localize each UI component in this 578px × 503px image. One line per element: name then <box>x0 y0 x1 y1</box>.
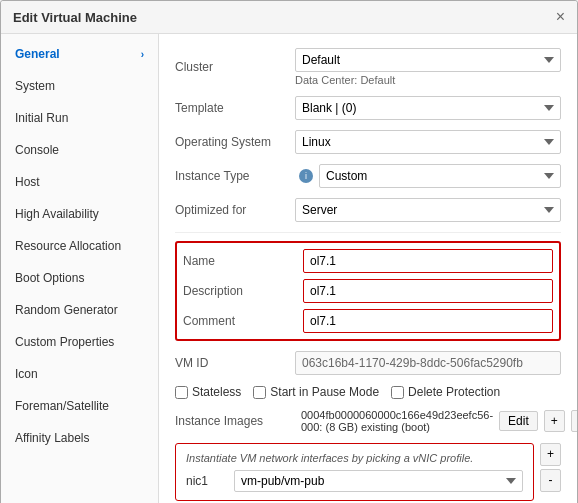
instance-type-label: Instance Type <box>175 169 295 183</box>
add-network-button[interactable]: + <box>540 443 561 466</box>
network-row: nic1 vm-pub/vm-pub <box>186 470 523 492</box>
instance-type-control: i Custom <box>295 164 561 188</box>
sidebar-item-label-random-generator: Random Generator <box>15 303 118 317</box>
cluster-row: Cluster Default Data Center: Default <box>175 48 561 86</box>
sidebar-item-general[interactable]: General› <box>1 38 158 70</box>
start-pause-checkbox[interactable] <box>253 386 266 399</box>
sidebar-item-custom-properties[interactable]: Custom Properties <box>1 326 158 358</box>
template-label: Template <box>175 101 295 115</box>
cluster-label: Cluster <box>175 60 295 74</box>
sidebar-item-label-system: System <box>15 79 55 93</box>
instance-images-value: 0004fb0000060000c166e49d23eefc56-000: (8… <box>301 409 493 433</box>
comment-label: Comment <box>183 314 303 328</box>
remove-image-button[interactable]: - <box>571 410 577 433</box>
template-row: Template Blank | (0) <box>175 96 561 120</box>
instance-type-select[interactable]: Custom <box>319 164 561 188</box>
name-row: Name <box>183 249 553 273</box>
name-group-box: Name Description Comment <box>175 241 561 341</box>
sidebar-item-icon[interactable]: Icon <box>1 358 158 390</box>
delete-protection-label[interactable]: Delete Protection <box>391 385 500 399</box>
os-label: Operating System <box>175 135 295 149</box>
sidebar-item-label-icon: Icon <box>15 367 38 381</box>
sidebar-item-host[interactable]: Host <box>1 166 158 198</box>
vmid-control <box>295 351 561 375</box>
sidebar-item-label-high-availability: High Availability <box>15 207 99 221</box>
nic1-label: nic1 <box>186 474 226 488</box>
cluster-select[interactable]: Default <box>295 48 561 72</box>
description-label: Description <box>183 284 303 298</box>
checkbox-row: Stateless Start in Pause Mode Delete Pro… <box>175 385 561 399</box>
dialog-header: Edit Virtual Machine × <box>1 1 577 34</box>
sidebar: General›SystemInitial RunConsoleHostHigh… <box>1 34 159 503</box>
template-select[interactable]: Blank | (0) <box>295 96 561 120</box>
os-row: Operating System Linux <box>175 130 561 154</box>
sidebar-item-resource-allocation[interactable]: Resource Allocation <box>1 230 158 262</box>
nic1-profile-select[interactable]: vm-pub/vm-pub <box>234 470 523 492</box>
sidebar-item-console[interactable]: Console <box>1 134 158 166</box>
remove-network-button[interactable]: - <box>540 469 561 492</box>
comment-control <box>303 309 553 333</box>
os-control: Linux <box>295 130 561 154</box>
sidebar-item-label-resource-allocation: Resource Allocation <box>15 239 121 253</box>
add-image-button[interactable]: + <box>544 410 565 433</box>
optimized-control: Server <box>295 198 561 222</box>
sidebar-item-label-custom-properties: Custom Properties <box>15 335 114 349</box>
vmid-input[interactable] <box>295 351 561 375</box>
sidebar-item-random-generator[interactable]: Random Generator <box>1 294 158 326</box>
os-select[interactable]: Linux <box>295 130 561 154</box>
start-pause-label[interactable]: Start in Pause Mode <box>253 385 379 399</box>
name-label: Name <box>183 254 303 268</box>
description-control <box>303 279 553 303</box>
instance-images-row: Instance Images 0004fb0000060000c166e49d… <box>175 409 561 433</box>
optimized-row: Optimized for Server <box>175 198 561 222</box>
stateless-label[interactable]: Stateless <box>175 385 241 399</box>
instance-type-info-icon[interactable]: i <box>299 169 313 183</box>
close-button[interactable]: × <box>556 9 565 25</box>
chevron-right-icon: › <box>141 49 144 60</box>
sidebar-item-high-availability[interactable]: High Availability <box>1 198 158 230</box>
delete-protection-checkbox[interactable] <box>391 386 404 399</box>
instance-type-row: Instance Type i Custom <box>175 164 561 188</box>
sidebar-item-label-console: Console <box>15 143 59 157</box>
sidebar-item-label-foreman-satellite: Foreman/Satellite <box>15 399 109 413</box>
cluster-control: Default Data Center: Default <box>295 48 561 86</box>
network-buttons: + - <box>540 443 561 492</box>
name-control <box>303 249 553 273</box>
sidebar-item-label-host: Host <box>15 175 40 189</box>
description-input[interactable] <box>303 279 553 303</box>
dialog-body: General›SystemInitial RunConsoleHostHigh… <box>1 34 577 503</box>
vmid-label: VM ID <box>175 356 295 370</box>
stateless-checkbox[interactable] <box>175 386 188 399</box>
divider-1 <box>175 232 561 233</box>
sidebar-item-label-affinity-labels: Affinity Labels <box>15 431 90 445</box>
sidebar-item-affinity-labels[interactable]: Affinity Labels <box>1 422 158 454</box>
dialog-title: Edit Virtual Machine <box>13 10 137 25</box>
template-control: Blank | (0) <box>295 96 561 120</box>
datacenter-hint: Data Center: Default <box>295 74 561 86</box>
instance-images-label: Instance Images <box>175 414 295 428</box>
description-row: Description <box>183 279 553 303</box>
sidebar-item-label-initial-run: Initial Run <box>15 111 68 125</box>
sidebar-item-label-boot-options: Boot Options <box>15 271 84 285</box>
vmid-row: VM ID <box>175 351 561 375</box>
main-content: Cluster Default Data Center: Default Tem… <box>159 34 577 503</box>
sidebar-item-label-general: General <box>15 47 60 61</box>
optimized-select[interactable]: Server <box>295 198 561 222</box>
network-box: Instantiate VM network interfaces by pic… <box>175 443 534 501</box>
sidebar-item-boot-options[interactable]: Boot Options <box>1 262 158 294</box>
name-input[interactable] <box>303 249 553 273</box>
optimized-label: Optimized for <box>175 203 295 217</box>
edit-vm-dialog: Edit Virtual Machine × General›SystemIni… <box>0 0 578 503</box>
network-section: Instantiate VM network interfaces by pic… <box>175 443 561 503</box>
comment-row: Comment <box>183 309 553 333</box>
network-hint: Instantiate VM network interfaces by pic… <box>186 452 523 464</box>
sidebar-item-initial-run[interactable]: Initial Run <box>1 102 158 134</box>
comment-input[interactable] <box>303 309 553 333</box>
sidebar-item-foreman-satellite[interactable]: Foreman/Satellite <box>1 390 158 422</box>
edit-image-button[interactable]: Edit <box>499 411 538 431</box>
sidebar-item-system[interactable]: System <box>1 70 158 102</box>
